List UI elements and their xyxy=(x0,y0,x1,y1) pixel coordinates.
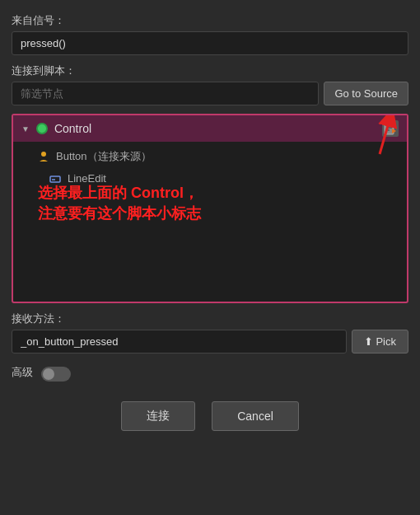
receive-method-section: 接收方法： ⬆ Pick xyxy=(12,311,408,353)
cancel-button[interactable]: Cancel xyxy=(212,401,299,431)
connect-to-script-label: 连接到脚本： xyxy=(12,63,408,78)
receive-method-row: ⬆ Pick xyxy=(12,330,408,353)
button-node-icon xyxy=(38,151,49,162)
control-node-icon xyxy=(36,123,48,134)
main-container: 来自信号： 连接到脚本： Go to Source ▼ Control xyxy=(0,0,420,444)
annotation-overlay: 选择最上面的 Control， 注意要有这个脚本小标志 xyxy=(38,183,201,224)
tree-header-left: ▼ Control xyxy=(21,122,91,135)
expand-arrow-icon: ▼ xyxy=(21,124,30,133)
svg-point-5 xyxy=(41,152,46,157)
filter-input[interactable] xyxy=(12,82,319,105)
tree-body: Button（连接来源） LineEdit 选择最上面的 Control， 注意… xyxy=(13,142,407,192)
signal-input[interactable] xyxy=(12,31,408,55)
advanced-toggle[interactable] xyxy=(41,367,71,382)
tree-header-row[interactable]: ▼ Control xyxy=(13,115,407,142)
connect-to-script-section: 连接到脚本： Go to Source xyxy=(12,63,408,105)
filter-row: Go to Source xyxy=(12,82,408,105)
pick-button[interactable]: ⬆ Pick xyxy=(352,330,408,353)
from-signal-label: 来自信号： xyxy=(12,13,408,28)
from-signal-section: 来自信号： xyxy=(12,13,408,55)
bottom-buttons: 连接 Cancel xyxy=(12,401,408,431)
node-tree-container: ▼ Control xyxy=(12,114,408,303)
svg-line-9 xyxy=(380,117,390,154)
red-arrow-icon xyxy=(359,114,400,158)
advanced-row: 高级 xyxy=(12,362,408,386)
tree-item-lineedit[interactable]: LineEdit xyxy=(13,168,407,189)
button-node-label: Button（连接来源） xyxy=(56,149,152,164)
advanced-label: 高级 xyxy=(12,365,33,380)
tree-item-button[interactable]: Button（连接来源） xyxy=(13,145,407,168)
annotation-line2: 注意要有这个脚本小标志 xyxy=(38,204,201,224)
connect-button[interactable]: 连接 xyxy=(121,401,195,431)
receive-method-label: 接收方法： xyxy=(12,311,408,326)
lineedit-node-icon xyxy=(49,173,61,185)
red-arrow-container xyxy=(359,114,400,161)
receive-method-input[interactable] xyxy=(12,330,347,353)
go-to-source-button[interactable]: Go to Source xyxy=(324,82,408,105)
control-node-label: Control xyxy=(54,122,91,135)
lineedit-node-label: LineEdit xyxy=(68,172,106,185)
